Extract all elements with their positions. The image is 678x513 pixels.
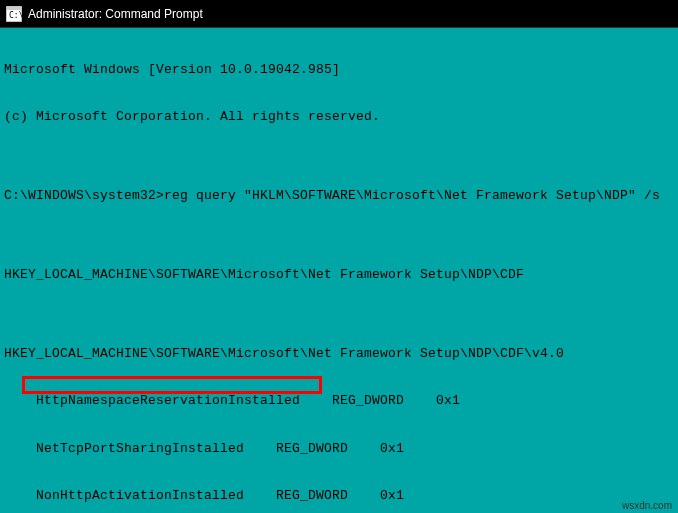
registry-value: NetTcpPortSharingInstalled REG_DWORD 0x1 — [4, 441, 674, 457]
registry-value: NonHttpActivationInstalled REG_DWORD 0x1 — [4, 488, 674, 504]
svg-rect-1 — [7, 7, 21, 10]
window-title: Administrator: Command Prompt — [28, 7, 203, 21]
registry-value: HttpNamespaceReservationInstalled REG_DW… — [4, 393, 674, 409]
cmd-icon: C:\ — [6, 6, 22, 22]
registry-key: HKEY_LOCAL_MACHINE\SOFTWARE\Microsoft\Ne… — [4, 267, 674, 283]
command-line: C:\WINDOWS\system32>reg query "HKLM\SOFT… — [4, 188, 674, 204]
registry-key: HKEY_LOCAL_MACHINE\SOFTWARE\Microsoft\Ne… — [4, 346, 674, 362]
terminal-output[interactable]: Microsoft Windows [Version 10.0.19042.98… — [0, 28, 678, 513]
window-titlebar[interactable]: C:\ Administrator: Command Prompt — [0, 0, 678, 28]
output-line: (c) Microsoft Corporation. All rights re… — [4, 109, 674, 125]
svg-text:C:\: C:\ — [9, 11, 22, 20]
watermark-text: wsxdn.com — [622, 500, 672, 511]
output-line: Microsoft Windows [Version 10.0.19042.98… — [4, 62, 674, 78]
highlight-annotation — [22, 376, 322, 394]
